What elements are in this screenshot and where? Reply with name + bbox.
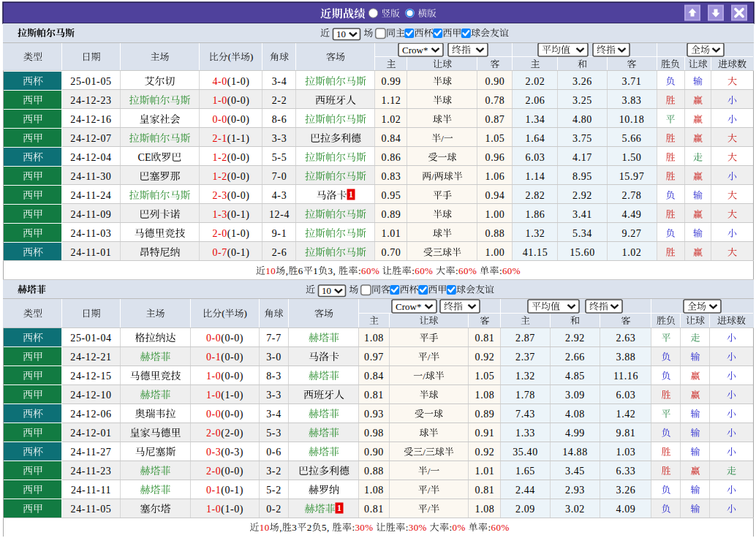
svg-text:1-3: 1-3 bbox=[212, 209, 227, 220]
svg-text:10.18: 10.18 bbox=[619, 114, 645, 125]
svg-text:3: 3 bbox=[292, 522, 297, 533]
svg-text:1.42: 1.42 bbox=[616, 409, 636, 420]
svg-text:15.60: 15.60 bbox=[570, 247, 595, 258]
svg-text:0-3: 0-3 bbox=[206, 447, 221, 458]
svg-text:6.33: 6.33 bbox=[616, 466, 636, 477]
svg-text:/: / bbox=[428, 485, 431, 496]
svg-text:0-0: 0-0 bbox=[206, 333, 221, 344]
svg-text:2.92: 2.92 bbox=[565, 333, 585, 344]
svg-text:(0-0): (0-0) bbox=[227, 114, 250, 126]
svg-text:35.40: 35.40 bbox=[513, 447, 538, 458]
svg-text:0.98: 0.98 bbox=[364, 428, 384, 439]
svg-text:0.88: 0.88 bbox=[485, 228, 505, 239]
svg-text:/: / bbox=[431, 171, 434, 182]
svg-text:0.92: 0.92 bbox=[475, 352, 495, 363]
svg-text:60%: 60% bbox=[361, 265, 379, 276]
svg-text:24-11-03: 24-11-03 bbox=[71, 228, 112, 239]
svg-text:0.81: 0.81 bbox=[364, 390, 384, 401]
svg-text:8.95: 8.95 bbox=[572, 171, 592, 182]
svg-text:24-11-05: 24-11-05 bbox=[71, 504, 112, 515]
svg-text:0-1: 0-1 bbox=[206, 352, 221, 363]
svg-text:1.05: 1.05 bbox=[475, 371, 495, 382]
svg-text:(0-0): (0-0) bbox=[221, 371, 243, 382]
svg-text:24-12-04: 24-12-04 bbox=[70, 152, 111, 163]
svg-text:24-12-06: 24-12-06 bbox=[70, 409, 111, 420]
svg-text:2-0: 2-0 bbox=[206, 428, 221, 439]
svg-text:(0-3): (0-3) bbox=[221, 447, 243, 458]
svg-text:5,: 5, bbox=[322, 522, 330, 533]
svg-text:3.02: 3.02 bbox=[565, 504, 585, 515]
svg-text:0.83: 0.83 bbox=[382, 171, 401, 182]
svg-text:1.34: 1.34 bbox=[526, 114, 545, 125]
svg-text:(0-1): (0-1) bbox=[227, 247, 250, 259]
svg-text:0.95: 0.95 bbox=[382, 190, 401, 201]
svg-text:30%: 30% bbox=[409, 522, 427, 533]
svg-text:/: / bbox=[423, 447, 426, 458]
svg-text:0-7: 0-7 bbox=[212, 247, 227, 258]
svg-text:0.91: 0.91 bbox=[475, 428, 495, 439]
svg-text:(0-1): (0-1) bbox=[221, 485, 243, 496]
svg-text:(: ( bbox=[222, 308, 224, 319]
svg-text:2.09: 2.09 bbox=[515, 504, 535, 515]
svg-text:(0-0): (0-0) bbox=[227, 152, 250, 164]
svg-text:25-01-04: 25-01-04 bbox=[70, 333, 111, 344]
svg-text:2.82: 2.82 bbox=[526, 190, 545, 201]
svg-text:0.99: 0.99 bbox=[382, 76, 401, 87]
svg-text:(0-0): (0-0) bbox=[221, 352, 243, 363]
svg-text:8-6: 8-6 bbox=[272, 114, 287, 125]
svg-text:9.81: 9.81 bbox=[616, 428, 636, 439]
svg-text:15.97: 15.97 bbox=[619, 171, 645, 182]
svg-text:12-4: 12-4 bbox=[269, 209, 290, 220]
svg-text:0-6: 0-6 bbox=[266, 447, 281, 458]
svg-text:25-01-05: 25-01-05 bbox=[70, 76, 111, 87]
svg-text:0.88: 0.88 bbox=[364, 466, 384, 477]
svg-text:1.08: 1.08 bbox=[364, 333, 384, 344]
svg-text:1.65: 1.65 bbox=[515, 466, 535, 477]
svg-text:3.26: 3.26 bbox=[616, 485, 636, 496]
svg-text:60%: 60% bbox=[415, 265, 433, 276]
svg-text:1-0: 1-0 bbox=[206, 390, 221, 401]
svg-text:2.87: 2.87 bbox=[515, 333, 535, 344]
svg-text:1: 1 bbox=[313, 265, 318, 276]
svg-text:3.25: 3.25 bbox=[572, 95, 592, 106]
svg-text:30%: 30% bbox=[355, 522, 373, 533]
svg-text:0.81: 0.81 bbox=[364, 504, 384, 515]
svg-text:2.66: 2.66 bbox=[565, 352, 585, 363]
svg-text:/: / bbox=[428, 352, 431, 363]
svg-text:(: ( bbox=[228, 51, 231, 62]
svg-text:0.93: 0.93 bbox=[364, 409, 384, 420]
svg-text:3.41: 3.41 bbox=[572, 209, 592, 220]
svg-text:5.66: 5.66 bbox=[622, 133, 642, 144]
svg-text:0.92: 0.92 bbox=[475, 447, 495, 458]
svg-text:60%: 60% bbox=[491, 522, 510, 533]
svg-text:0.97: 0.97 bbox=[364, 352, 384, 363]
svg-text:2.63: 2.63 bbox=[616, 333, 636, 344]
svg-text:(2-0): (2-0) bbox=[221, 428, 243, 439]
svg-text:/: / bbox=[428, 504, 431, 515]
svg-text:0.90: 0.90 bbox=[485, 76, 505, 87]
svg-text:1.01: 1.01 bbox=[382, 228, 401, 239]
svg-text:10: 10 bbox=[322, 285, 331, 296]
svg-text:1.86: 1.86 bbox=[526, 209, 545, 220]
svg-text:/: / bbox=[423, 371, 426, 382]
svg-text:2.02: 2.02 bbox=[526, 76, 545, 87]
svg-text:,: , bbox=[286, 265, 289, 276]
svg-text:4.49: 4.49 bbox=[622, 209, 642, 220]
svg-text:24-12-07: 24-12-07 bbox=[70, 133, 111, 144]
svg-text:(1-0): (1-0) bbox=[227, 76, 250, 88]
svg-text:1.32: 1.32 bbox=[526, 228, 545, 239]
svg-text:1.50: 1.50 bbox=[622, 152, 642, 163]
svg-text:0.84: 0.84 bbox=[382, 133, 401, 144]
svg-text:3.26: 3.26 bbox=[572, 76, 592, 87]
svg-text:24-11-24: 24-11-24 bbox=[71, 190, 112, 201]
svg-text:7-7: 7-7 bbox=[266, 333, 281, 344]
svg-text:1.64: 1.64 bbox=[526, 133, 545, 144]
svg-text:6.03: 6.03 bbox=[616, 390, 636, 401]
svg-text:1.02: 1.02 bbox=[382, 114, 401, 125]
svg-text:2.06: 2.06 bbox=[526, 95, 545, 106]
svg-text:3.75: 3.75 bbox=[572, 133, 592, 144]
svg-text:0.81: 0.81 bbox=[475, 333, 495, 344]
svg-text:24-12-01: 24-12-01 bbox=[70, 428, 111, 439]
svg-text:1-0: 1-0 bbox=[212, 95, 227, 106]
svg-text:4.17: 4.17 bbox=[572, 152, 592, 163]
